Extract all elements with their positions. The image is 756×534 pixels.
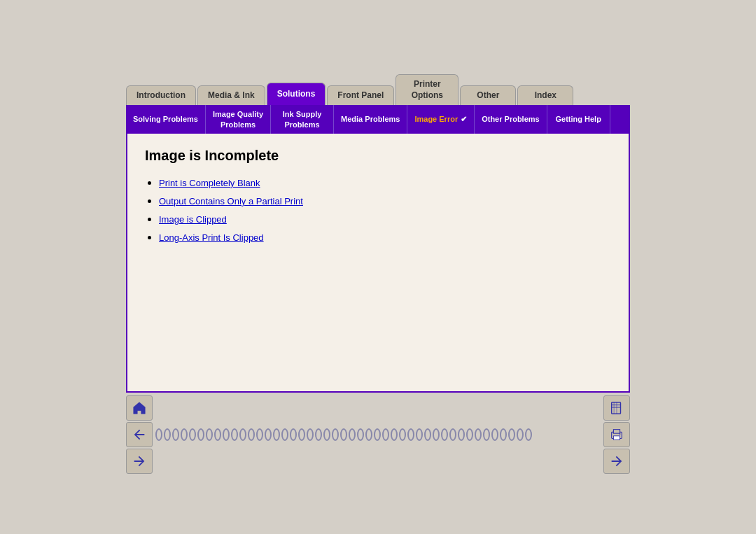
spiral-loop xyxy=(416,428,423,441)
spiral-loop xyxy=(206,428,213,441)
spiral-loop xyxy=(374,428,381,441)
spiral-loop xyxy=(500,428,507,441)
checkmark-icon: ✔ xyxy=(461,114,467,124)
spiral-loop xyxy=(517,428,524,441)
list-item: Output Contains Only a Partial Print xyxy=(159,195,611,207)
spiral-loop xyxy=(382,428,389,441)
svg-point-8 xyxy=(620,433,621,435)
back-button[interactable] xyxy=(126,422,153,447)
spiral-loop xyxy=(164,428,171,441)
spiral-loop xyxy=(189,428,196,441)
spiral-loop xyxy=(323,428,330,441)
spiral-loop xyxy=(458,428,465,441)
bookmarks-button[interactable] xyxy=(603,395,630,421)
spiral-loop xyxy=(256,428,263,441)
spiral-loop xyxy=(273,428,280,441)
spiral-loop xyxy=(197,428,204,441)
print-button[interactable] xyxy=(603,422,630,447)
list-item: Image is Clipped xyxy=(159,213,611,225)
content-list: Print is Completely Blank Output Contain… xyxy=(145,176,611,244)
spiral-loop xyxy=(407,428,414,441)
spiral-loop xyxy=(248,428,255,441)
spiral-loop xyxy=(290,428,297,441)
link-clipped[interactable]: Image is Clipped xyxy=(159,214,227,225)
spiral-loop xyxy=(491,428,498,441)
nav-image-error[interactable]: Image Error ✔ xyxy=(407,105,475,134)
tab-solutions[interactable]: Solutions xyxy=(267,83,326,106)
spiral-binding xyxy=(155,422,601,447)
spiral-loop xyxy=(466,428,473,441)
spiral-loop xyxy=(441,428,448,441)
bottom-toolbar xyxy=(126,395,630,474)
app-container: Introduction Media & Ink Solutions Front… xyxy=(126,74,630,474)
list-item: Print is Completely Blank xyxy=(159,176,611,189)
nav-solving-problems[interactable]: Solving Problems xyxy=(126,105,206,134)
spiral-loop xyxy=(298,428,305,441)
spiral-loop xyxy=(391,428,398,441)
nav-other-problems[interactable]: Other Problems xyxy=(475,105,547,134)
nav-ink-supply-problems[interactable]: Ink SupplyProblems xyxy=(271,105,334,134)
main-content: Image is Incomplete Print is Completely … xyxy=(126,134,630,393)
tab-printer-options[interactable]: PrinterOptions xyxy=(396,74,458,105)
spiral-loop xyxy=(475,428,482,441)
spiral-loop xyxy=(155,428,162,441)
nav-image-quality-problems[interactable]: Image QualityProblems xyxy=(206,105,271,134)
spiral-loop xyxy=(357,428,364,441)
spiral-loop xyxy=(525,428,532,441)
tab-media-ink[interactable]: Media & Ink xyxy=(197,85,265,106)
page-title: Image is Incomplete xyxy=(145,148,611,164)
spiral-loop xyxy=(508,428,515,441)
tab-other[interactable]: Other xyxy=(460,85,516,106)
spiral-loop xyxy=(265,428,272,441)
spiral-loop xyxy=(281,428,288,441)
spiral-loop xyxy=(172,428,179,441)
link-long-axis[interactable]: Long-Axis Print Is Clipped xyxy=(159,232,264,243)
svg-rect-3 xyxy=(612,404,621,405)
bottom-right-buttons xyxy=(603,395,630,474)
list-item: Long-Axis Print Is Clipped xyxy=(159,231,611,244)
svg-rect-7 xyxy=(613,436,620,440)
svg-rect-6 xyxy=(613,430,620,434)
nav-media-problems[interactable]: Media Problems xyxy=(334,105,407,134)
spiral-loop xyxy=(332,428,339,441)
spiral-loop xyxy=(223,428,230,441)
spiral-loop xyxy=(433,428,440,441)
spiral-loop xyxy=(307,428,314,441)
link-blank[interactable]: Print is Completely Blank xyxy=(159,178,260,188)
spiral-loop xyxy=(365,428,372,441)
spiral xyxy=(155,428,601,441)
link-partial[interactable]: Output Contains Only a Partial Print xyxy=(159,196,303,206)
spiral-loop xyxy=(424,428,431,441)
home-button[interactable] xyxy=(126,395,153,421)
tab-introduction[interactable]: Introduction xyxy=(126,85,196,106)
spiral-loop xyxy=(483,428,490,441)
spiral-loop xyxy=(214,428,221,441)
top-tabs: Introduction Media & Ink Solutions Front… xyxy=(126,74,630,105)
spiral-loop xyxy=(449,428,456,441)
spiral-loop xyxy=(349,428,356,441)
svg-rect-4 xyxy=(612,407,621,408)
tab-front-panel[interactable]: Front Panel xyxy=(327,85,394,106)
tab-index[interactable]: Index xyxy=(517,85,573,106)
spiral-loop xyxy=(340,428,347,441)
next-button[interactable] xyxy=(603,449,630,474)
bottom-left-buttons xyxy=(126,395,153,474)
spiral-loop xyxy=(231,428,238,441)
second-nav: Solving Problems Image QualityProblems I… xyxy=(126,105,630,134)
nav-getting-help[interactable]: Getting Help xyxy=(547,105,610,134)
spiral-loop xyxy=(315,428,322,441)
spiral-loop xyxy=(399,428,406,441)
spiral-loop xyxy=(181,428,188,441)
forward-left-button[interactable] xyxy=(126,449,153,474)
spiral-loop xyxy=(239,428,246,441)
